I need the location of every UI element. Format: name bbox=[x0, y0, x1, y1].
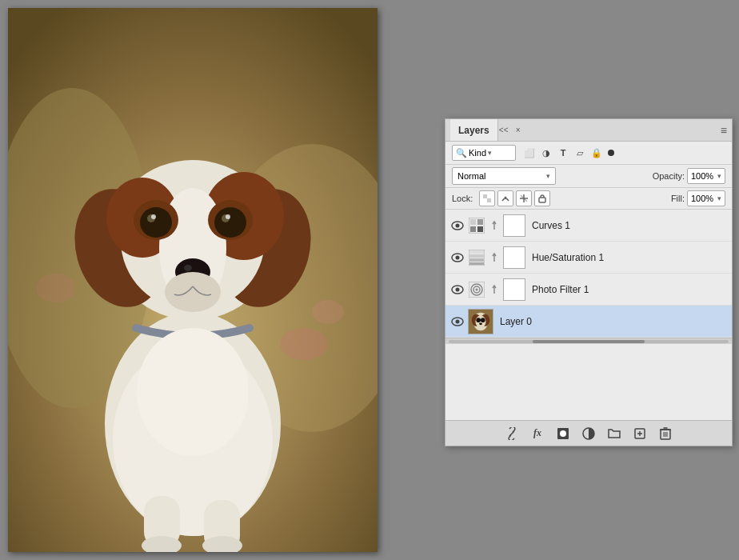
layers-tab[interactable]: Layers bbox=[450, 119, 498, 141]
panel-menu-button[interactable]: ≡ bbox=[721, 124, 727, 137]
svg-point-71 bbox=[479, 322, 482, 325]
svg-point-61 bbox=[476, 288, 478, 290]
mask-thumb-photofilter-1 bbox=[503, 278, 525, 301]
lock-transparent-pixels[interactable] bbox=[479, 190, 495, 206]
svg-point-63 bbox=[456, 319, 460, 323]
svg-rect-55 bbox=[469, 262, 484, 265]
adjustment-filter-icon[interactable]: ◑ bbox=[539, 146, 553, 160]
svg-point-73 bbox=[560, 430, 566, 437]
svg-point-5 bbox=[312, 300, 344, 324]
panel-titlebar: Layers << × ≡ bbox=[445, 119, 732, 142]
type-icon-curves-1 bbox=[468, 217, 485, 234]
fill-input[interactable]: 100% ▾ bbox=[687, 190, 725, 206]
mask-thumb-curves-1 bbox=[503, 214, 525, 237]
svg-point-22 bbox=[151, 214, 156, 219]
new-layer-button[interactable] bbox=[631, 425, 649, 442]
lock-all[interactable] bbox=[534, 190, 550, 206]
type-icon-photofilter-1 bbox=[468, 281, 485, 298]
layer-name-layer-0: Layer 0 bbox=[500, 316, 727, 327]
svg-rect-48 bbox=[477, 226, 483, 232]
dog-illustration bbox=[8, 8, 377, 552]
svg-point-18 bbox=[140, 207, 172, 238]
svg-rect-52 bbox=[469, 250, 484, 254]
image-filter-icon[interactable]: ⬜ bbox=[522, 146, 537, 160]
svg-point-30 bbox=[137, 328, 249, 456]
svg-rect-45 bbox=[470, 219, 476, 225]
collapse-button[interactable]: << bbox=[498, 125, 509, 136]
svg-point-57 bbox=[456, 287, 460, 291]
fill-label: Fill: bbox=[671, 194, 685, 203]
layers-bottom-toolbar: fx bbox=[445, 420, 732, 446]
svg-rect-53 bbox=[469, 254, 484, 258]
layer-name-photofilter-1: Photo Filter 1 bbox=[532, 284, 727, 295]
layer-name-hue-1: Hue/Saturation 1 bbox=[532, 252, 727, 263]
svg-point-26 bbox=[165, 272, 221, 312]
svg-point-4 bbox=[280, 328, 328, 360]
panel-controls: << × bbox=[498, 125, 524, 136]
svg-rect-34 bbox=[487, 194, 491, 198]
visibility-layer-0[interactable] bbox=[450, 314, 465, 329]
shape-filter-icon[interactable]: ▱ bbox=[573, 146, 587, 160]
opacity-chevron: ▾ bbox=[717, 172, 721, 180]
delete-layer-button[interactable] bbox=[657, 425, 674, 442]
search-icon: 🔍 bbox=[456, 148, 467, 158]
new-group-button[interactable] bbox=[605, 425, 623, 442]
svg-rect-41 bbox=[539, 198, 545, 202]
blend-row: Normal ▾ Opacity: 100% ▾ bbox=[445, 165, 732, 188]
scrollbar-thumb bbox=[533, 340, 645, 343]
visibility-curves-1[interactable] bbox=[450, 218, 465, 233]
layer-row-photofilter-1[interactable]: Photo Filter 1 bbox=[445, 274, 732, 306]
layer-row-curves-1[interactable]: Curves 1 bbox=[445, 210, 732, 242]
blend-mode-label: Normal bbox=[457, 171, 485, 181]
add-layer-style-button[interactable]: fx bbox=[529, 425, 546, 442]
text-filter-icon[interactable]: T bbox=[556, 146, 570, 160]
svg-rect-36 bbox=[487, 198, 491, 202]
svg-point-69 bbox=[476, 318, 481, 322]
fill-chevron: ▾ bbox=[717, 194, 721, 202]
layer-name-curves-1: Curves 1 bbox=[532, 220, 727, 231]
layer-row-hue-1[interactable]: Hue/Saturation 1 bbox=[445, 242, 732, 274]
svg-point-37 bbox=[505, 197, 507, 199]
svg-point-19 bbox=[214, 207, 246, 238]
visibility-hue-1[interactable] bbox=[450, 250, 465, 265]
layer-row-layer-0[interactable]: Layer 0 bbox=[445, 306, 732, 338]
svg-point-25 bbox=[184, 265, 192, 271]
fill-value: 100% bbox=[691, 194, 713, 203]
opacity-label: Opacity: bbox=[653, 171, 685, 181]
fill-group: Fill: 100% ▾ bbox=[671, 190, 725, 206]
kind-chevron: ▾ bbox=[488, 149, 492, 157]
filter-active-dot bbox=[608, 150, 614, 156]
svg-point-50 bbox=[456, 255, 460, 259]
filter-row: 🔍 Kind ▾ ⬜ ◑ T ▱ 🔒 bbox=[445, 142, 732, 165]
blend-mode-dropdown[interactable]: Normal ▾ bbox=[452, 167, 556, 185]
lock-image-pixels[interactable] bbox=[497, 190, 513, 206]
svg-point-6 bbox=[36, 274, 76, 302]
lock-row: Lock: Fill: 100% ▾ bbox=[445, 188, 732, 210]
lock-position[interactable] bbox=[516, 190, 532, 206]
link-icon-hue-1 bbox=[489, 252, 500, 263]
blend-chevron: ▾ bbox=[546, 172, 550, 180]
filter-icons: ⬜ ◑ T ▱ 🔒 bbox=[522, 146, 614, 160]
link-layers-button[interactable] bbox=[503, 425, 521, 442]
add-layer-mask-button[interactable] bbox=[554, 425, 572, 442]
dog-photo bbox=[8, 8, 377, 552]
layers-panel: Layers << × ≡ 🔍 Kind ▾ ⬜ ◑ T ▱ 🔒 bbox=[445, 118, 733, 446]
visibility-photofilter-1[interactable] bbox=[450, 282, 465, 297]
panel-scrollbar[interactable] bbox=[445, 338, 732, 344]
opacity-input[interactable]: 100% ▾ bbox=[687, 168, 725, 184]
lock-label: Lock: bbox=[452, 194, 473, 203]
opacity-group: Opacity: 100% ▾ bbox=[653, 168, 725, 184]
svg-rect-46 bbox=[477, 219, 483, 225]
panel-tabs: Layers bbox=[450, 119, 498, 141]
svg-rect-35 bbox=[483, 198, 487, 202]
svg-rect-54 bbox=[469, 258, 484, 262]
lock-filter-icon[interactable]: 🔒 bbox=[589, 146, 604, 160]
new-fill-adjustment-button[interactable] bbox=[580, 425, 597, 442]
svg-rect-47 bbox=[470, 226, 476, 232]
svg-point-43 bbox=[456, 223, 460, 227]
close-button[interactable]: × bbox=[513, 125, 524, 136]
svg-point-23 bbox=[226, 214, 230, 219]
mask-thumb-hue-1 bbox=[503, 246, 525, 269]
kind-filter-dropdown[interactable]: 🔍 Kind ▾ bbox=[452, 145, 516, 161]
svg-rect-33 bbox=[483, 194, 487, 198]
